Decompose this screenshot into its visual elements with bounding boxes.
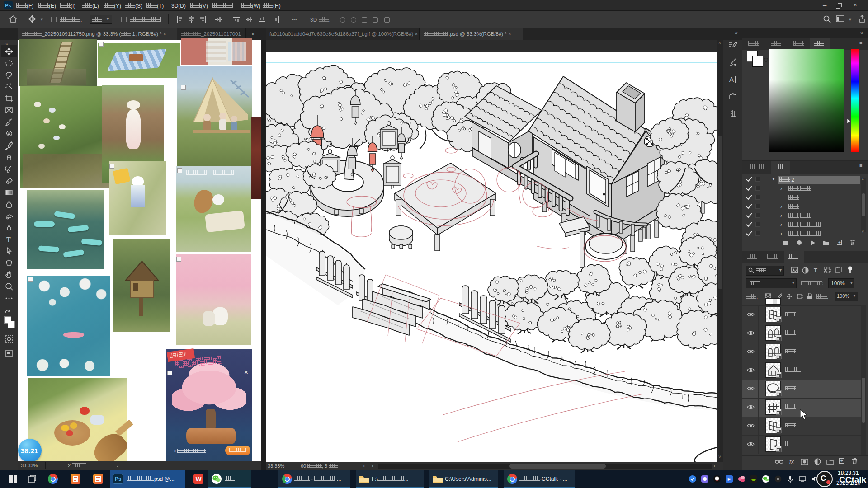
svg-text:F: F — [727, 477, 731, 482]
svg-text:A: A — [729, 75, 734, 83]
svg-text:T: T — [6, 236, 11, 244]
